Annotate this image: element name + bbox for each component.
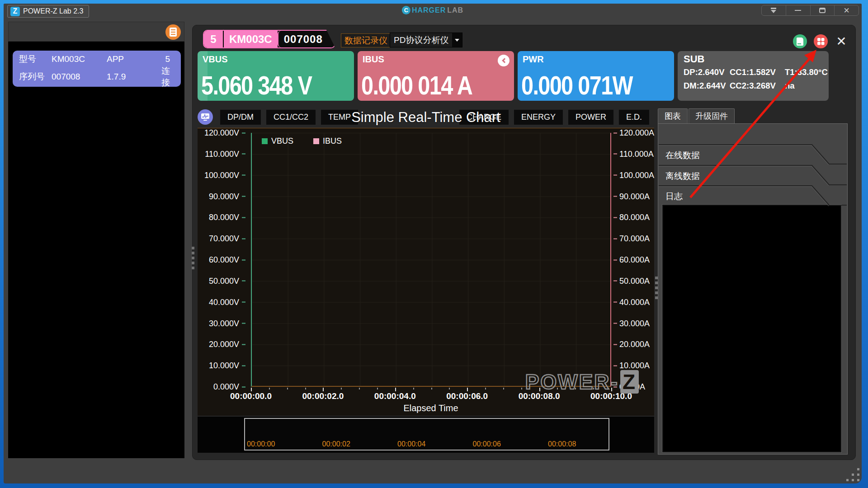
x-axis-tick: [251, 388, 252, 391]
device-model: KM003C: [224, 31, 278, 47]
waveform-icon: [201, 113, 210, 121]
brand-text-harger: HARGER: [412, 6, 446, 14]
document-icon: [797, 38, 803, 46]
brand-text-lab: LAB: [447, 6, 463, 14]
timeline-range-selector[interactable]: 00:00:0000:00:0200:00:0400:00:0600:00:08: [244, 418, 609, 450]
device-field: 型号: [19, 53, 52, 65]
chart-tab-power[interactable]: POWER: [568, 110, 613, 125]
y-axis-label-left: 20.000V: [209, 340, 239, 349]
right-tab-chart[interactable]: 图表: [658, 108, 688, 124]
x-axis-tick: [287, 388, 288, 389]
y-axis-right: 120.000A110.000A100.000A90.000A80.000A70…: [614, 133, 654, 387]
app-title: POWER-Z Lab 2.3: [23, 7, 83, 15]
window-resize-grip[interactable]: [846, 468, 860, 482]
device-tab-close-button[interactable]: ✕: [833, 33, 849, 50]
y-axis-label-right: 70.000A: [619, 234, 650, 244]
chargerlab-logo: C HARGER LAB: [402, 6, 463, 14]
x-axis-tick: [359, 388, 360, 389]
legend-item: VBUS: [262, 136, 293, 146]
y-axis-label-right: 110.000A: [619, 149, 654, 159]
pd-analyzer-select[interactable]: PD协议分析仪: [390, 33, 462, 47]
chart-plot[interactable]: [251, 133, 611, 387]
splitter-handle-left[interactable]: [192, 247, 195, 269]
device-field: 5: [154, 54, 175, 64]
y-axis-label-left: 40.000V: [209, 297, 239, 307]
pd-analyzer-label: PD协议分析仪: [390, 34, 452, 46]
y-axis-label-right: 40.000A: [619, 297, 650, 307]
maximize-button[interactable]: [810, 5, 835, 15]
timeline-label: 00:00:02: [322, 440, 350, 448]
chart-legend: VBUSIBUS: [262, 136, 342, 146]
y-axis-label-left: 110.000V: [205, 149, 239, 159]
layout-grid-button[interactable]: [814, 34, 828, 48]
sub-value: na: [785, 81, 828, 91]
y-axis-label-left: 30.000V: [209, 319, 239, 328]
device-badge: 5 KM003C 007008: [203, 30, 335, 48]
device-field: 序列号: [19, 71, 52, 83]
chart-tab-dp-dm[interactable]: DP/DM: [220, 110, 261, 125]
chart-tab-e-d-[interactable]: E.D.: [619, 110, 649, 125]
chart-tab-charge[interactable]: CHARGE: [459, 110, 509, 125]
section-log[interactable]: 日志: [658, 185, 847, 206]
y-axis-label-right: 80.000A: [619, 213, 650, 222]
x-axis-label: 00:00:06.0: [446, 391, 488, 401]
x-axis-tick: [485, 388, 486, 389]
x-axis-tick: [377, 388, 378, 389]
app-title-tab[interactable]: Z POWER-Z Lab 2.3: [7, 5, 89, 18]
x-axis-label: 00:00:02.0: [302, 391, 344, 401]
grid-icon: [817, 38, 824, 45]
sub-label: SUB: [684, 53, 704, 65]
chart-area: DP/DMCC1/CC2TEMPCHARGEENERGYPOWERE.D. Si…: [198, 108, 654, 454]
section-label: 日志: [665, 191, 683, 202]
x-axis-tick: [341, 388, 342, 389]
data-logger-button[interactable]: 数据记录仪: [341, 33, 391, 47]
sub-value: DM:2.644V: [684, 81, 730, 91]
right-panel: 在线数据离线数据日志: [658, 123, 848, 455]
y-axis-label-left: 80.000V: [209, 213, 239, 222]
close-button[interactable]: ✕: [834, 5, 859, 15]
chart-tab-bar: DP/DMCC1/CC2TEMPCHARGEENERGYPOWERE.D.: [198, 108, 649, 126]
ibus-value: 0.000 014 A: [361, 70, 472, 101]
legend-swatch: [313, 138, 319, 144]
dropdown-arrow-icon[interactable]: [452, 33, 462, 47]
pwr-meter: PWR 0.000 071W: [518, 51, 674, 101]
device-field: APP: [107, 54, 154, 64]
power-z-watermark: POWER-Z: [525, 370, 639, 394]
chart-tab-cc1-cc2[interactable]: CC1/CC2: [266, 110, 316, 125]
pwr-label: PWR: [523, 54, 544, 65]
device-field: 1.7.9: [107, 72, 154, 82]
device-field: KM003C: [52, 54, 107, 64]
y-axis-label-right: 100.000A: [619, 170, 654, 180]
device-list-button[interactable]: [165, 24, 181, 40]
desktop: { "window": { "title": "POWER-Z Lab 2.3"…: [0, 0, 868, 488]
sub-values: DP:2.640VCC1:1.582VT1:33.80°CDM:2.644VCC…: [684, 67, 826, 91]
x-axis-label: 00:00:04.0: [374, 391, 416, 401]
legend-label: IBUS: [323, 136, 342, 146]
sub-value: DP:2.640V: [684, 67, 730, 77]
x-axis-tick: [413, 388, 414, 389]
device-list-panel: 型号KM003CAPP5序列号0070081.7.9连接: [8, 42, 184, 458]
x-axis-title: Elapsed Time: [403, 403, 458, 413]
back-arrow-icon[interactable]: [498, 55, 509, 66]
chart-type-icon[interactable]: [198, 109, 213, 125]
y-axis-left: 120.000V110.000V100.000V90.000V80.000V70…: [198, 133, 245, 387]
menu-button[interactable]: [762, 5, 786, 15]
splitter-handle-right[interactable]: [655, 277, 658, 299]
x-axis-tick: [521, 388, 522, 389]
sub-value: CC2:3.268V: [730, 81, 785, 91]
section-online-data[interactable]: 在线数据: [658, 144, 847, 165]
chart-tab-temp[interactable]: TEMP: [321, 110, 358, 125]
right-tab-firmware[interactable]: 升级固件: [689, 108, 735, 124]
pwr-value: 0.000 071W: [521, 70, 632, 101]
export-report-button[interactable]: [793, 34, 807, 48]
chart-tab-energy[interactable]: ENERGY: [514, 110, 563, 125]
minimize-icon: [795, 10, 801, 11]
minimize-button[interactable]: [786, 5, 810, 15]
section-offline-data[interactable]: 离线数据: [658, 165, 847, 186]
device-index: 5: [204, 31, 223, 47]
x-axis-tick: [449, 388, 450, 389]
device-list-item[interactable]: 型号KM003CAPP5序列号0070081.7.9连接: [13, 51, 181, 87]
device-field: 007008: [52, 72, 107, 82]
x-axis-tick: [305, 388, 306, 389]
sub-meter: SUB DP:2.640VCC1:1.582VT1:33.80°CDM:2.64…: [678, 51, 829, 101]
